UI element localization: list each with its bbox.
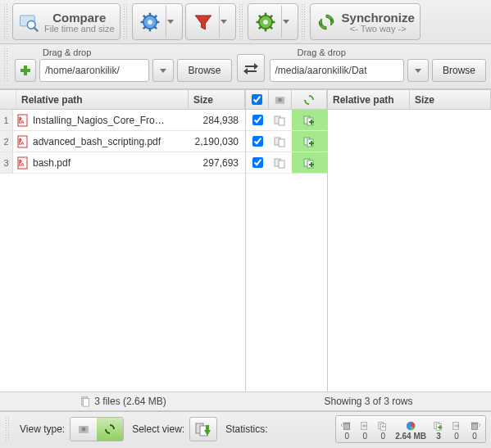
row-checkbox-cell[interactable]	[246, 115, 269, 125]
svg-rect-54	[84, 399, 89, 407]
copy-right-icon	[433, 420, 444, 432]
trash-right-icon	[469, 420, 480, 432]
file-size-cell: 2,190,030	[172, 136, 245, 147]
row-category-cell[interactable]	[269, 114, 292, 127]
gear-blue-icon	[139, 11, 161, 33]
pdf-icon: A	[16, 156, 30, 170]
left-path-input[interactable]: /home/aaronkilik/	[39, 59, 149, 82]
gear-green-icon	[255, 11, 276, 33]
showing-rows: Showing 3 of 3 rows	[324, 396, 412, 407]
svg-text:A: A	[20, 141, 25, 146]
row-action-cell[interactable]	[292, 110, 327, 130]
funnel-icon	[193, 11, 214, 33]
row-checkbox-cell[interactable]	[246, 136, 269, 147]
select-view-label: Select view:	[132, 423, 184, 435]
filter-dropdown[interactable]	[219, 6, 229, 38]
row-category-cell[interactable]	[269, 135, 292, 148]
row-checkbox[interactable]	[252, 136, 263, 147]
left-path-dropdown[interactable]	[152, 59, 174, 82]
relpath-label: Relative path	[333, 94, 394, 106]
stat-delete-left: 0	[341, 420, 352, 441]
left-drag-label: Drag & drop	[15, 48, 232, 57]
right-header-size[interactable]: Size	[410, 90, 491, 109]
svg-line-20	[269, 25, 271, 28]
select-all-checkbox[interactable]	[252, 94, 262, 105]
svg-line-9	[143, 15, 145, 17]
chevron-down-icon	[415, 69, 421, 73]
size-label: Size	[415, 94, 434, 106]
svg-rect-40	[309, 121, 314, 123]
mid-header-category[interactable]	[269, 90, 292, 109]
left-header-size[interactable]: Size	[189, 90, 245, 109]
file-size-cell: 284,938	[172, 115, 245, 126]
svg-point-34	[278, 97, 282, 102]
compare-subtitle: File time and size	[44, 25, 115, 34]
settings-dropdown[interactable]	[166, 6, 175, 38]
row-checkbox[interactable]	[252, 157, 263, 168]
left-add-folder-button[interactable]	[15, 59, 36, 82]
mid-header-action[interactable]	[292, 90, 327, 109]
table-row[interactable]: 1AInstalling_Nagios_Core_Fro…284,938	[0, 110, 245, 131]
file-name: advanced_bash_scripting.pdf	[33, 136, 161, 147]
rownum-header	[0, 90, 16, 109]
left-browse-button[interactable]: Browse	[177, 59, 231, 82]
svg-text:A: A	[20, 120, 25, 124]
view-type-toggle[interactable]	[70, 417, 124, 441]
synchronize-subtitle: <- Two way ->	[350, 25, 407, 34]
select-view-button[interactable]	[189, 417, 217, 441]
row-action-cell[interactable]	[292, 152, 327, 173]
sync-small-icon	[103, 423, 116, 436]
compare-button[interactable]: Compare File time and size	[12, 3, 120, 40]
sync-settings-button[interactable]	[248, 3, 298, 40]
copy-left-icon	[377, 420, 389, 432]
stat-copy-left: 0	[377, 420, 389, 441]
right-drag-label: Drag & drop	[270, 48, 487, 57]
pie-chart-icon	[405, 420, 416, 432]
filter-button[interactable]	[185, 3, 236, 40]
left-header-relpath[interactable]: Relative path	[16, 90, 189, 109]
compare-icon	[18, 11, 39, 33]
svg-text:A: A	[20, 162, 25, 167]
statistics-label: Statistics:	[225, 423, 267, 435]
synchronize-title: Synchronize	[342, 11, 415, 25]
row-category-cell[interactable]	[269, 156, 292, 170]
file-name: Installing_Nagios_Core_Fro…	[33, 115, 165, 126]
row-checkbox-cell[interactable]	[246, 157, 269, 168]
action-row	[246, 110, 327, 131]
toolbar-grip	[3, 3, 8, 40]
table-row[interactable]: 3Abash.pdf297,693	[0, 152, 245, 174]
view-type-action[interactable]	[97, 418, 123, 441]
row-number: 1	[0, 110, 13, 130]
svg-line-19	[258, 15, 261, 17]
statistics-box: 0 0 0 2.64 MB 3 0 0	[335, 415, 486, 443]
table-row[interactable]: 2Aadvanced_bash_scripting.pdf2,190,030	[0, 131, 245, 152]
svg-line-2	[34, 27, 38, 30]
right-header-relpath[interactable]: Relative path	[328, 90, 410, 109]
category-icon	[77, 423, 90, 436]
right-path-dropdown[interactable]	[407, 59, 429, 82]
svg-rect-26	[20, 69, 30, 72]
row-checkbox[interactable]	[252, 115, 263, 125]
swap-sides-button[interactable]	[237, 54, 265, 82]
right-path-input[interactable]: /media/aaronkilik/Dat	[270, 59, 404, 82]
row-action-cell[interactable]	[292, 131, 327, 152]
synchronize-button[interactable]: Synchronize <- Two way ->	[310, 3, 421, 40]
svg-line-10	[153, 25, 156, 28]
stat-copy-right: 3	[433, 420, 444, 441]
file-name-cell: Abash.pdf	[13, 156, 172, 170]
svg-rect-70	[438, 426, 442, 428]
update-right-icon	[451, 420, 462, 432]
settings-button[interactable]	[132, 3, 183, 40]
mid-header-check[interactable]	[246, 90, 269, 109]
chevron-down-icon	[160, 69, 166, 73]
sync-settings-dropdown[interactable]	[281, 6, 291, 38]
view-type-category[interactable]	[70, 418, 97, 441]
update-left-icon	[359, 420, 371, 432]
svg-line-22	[269, 15, 271, 17]
row-number: 2	[0, 131, 13, 152]
svg-rect-52	[309, 164, 314, 165]
stat-value: 0	[454, 432, 459, 441]
right-browse-button[interactable]: Browse	[432, 59, 486, 82]
path-grip	[3, 48, 8, 82]
toolbar-grip	[301, 3, 306, 40]
